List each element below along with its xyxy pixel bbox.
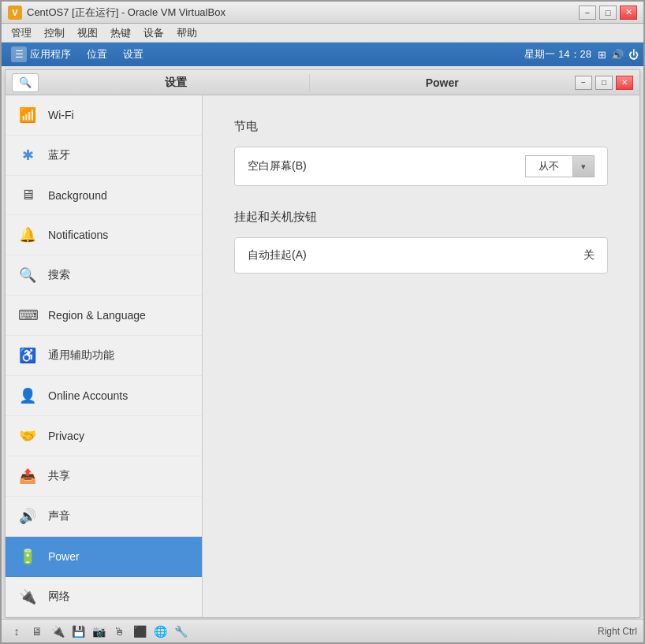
sidebar-label-search: 搜索: [48, 268, 70, 282]
power-saving-title: 节电: [234, 119, 608, 134]
bluetooth-icon: ✱: [18, 147, 37, 164]
blank-screen-dropdown-arrow[interactable]: ▾: [572, 155, 595, 177]
settings-window: 🔍 设置 Power − □ ✕ 📶 Wi-Fi: [5, 69, 640, 618]
settings-main-panel: 节电 空白屏幕(B) 从不 ▾ 挂起和关机按钮 自动挂起(A): [203, 95, 639, 617]
menu-view[interactable]: 视图: [71, 24, 104, 42]
auto-suspend-label: 自动挂起(A): [248, 248, 583, 262]
sidebar-label-accessibility: 通用辅助功能: [48, 348, 114, 363]
taskbar-apps-menu[interactable]: ☰ 应用程序: [6, 45, 76, 64]
wifi-icon: 📶: [18, 106, 37, 124]
apps-icon: ☰: [11, 47, 27, 62]
settings-window-controls: − □ ✕: [575, 76, 633, 90]
centos-taskbar: ☰ 应用程序 位置 设置 星期一 14：28 ⊞ 🔊 ⏻: [2, 43, 643, 66]
notifications-icon: 🔔: [18, 226, 37, 244]
vbox-status-icon8[interactable]: 🌐: [151, 623, 169, 640]
search-icon: 🔍: [18, 266, 37, 284]
sidebar-item-power[interactable]: 🔋 Power: [6, 537, 202, 577]
volume-icon[interactable]: 🔊: [611, 49, 624, 61]
sidebar-item-search[interactable]: 🔍 搜索: [6, 255, 202, 296]
sound-icon: 🔊: [18, 508, 37, 525]
vbox-close-button[interactable]: ✕: [620, 6, 637, 20]
vbox-minimize-button[interactable]: −: [579, 6, 596, 20]
sidebar-label-privacy: Privacy: [48, 430, 84, 442]
sidebar-label-background: Background: [48, 189, 107, 202]
settings-sidebar-title: 设置: [43, 76, 309, 90]
sidebar-item-privacy[interactable]: 🤝 Privacy: [6, 416, 202, 456]
sidebar-item-network[interactable]: 🔌 网络: [6, 577, 202, 617]
blank-screen-row: 空白屏幕(B) 从不 ▾: [234, 147, 608, 186]
sidebar-label-sharing: 共享: [48, 469, 70, 483]
settings-sidebar: 📶 Wi-Fi ✱ 蓝牙 🖥 Background 🔔 Notification…: [6, 95, 203, 617]
sidebar-item-accessibility[interactable]: ♿ 通用辅助功能: [6, 336, 202, 376]
sidebar-item-online-accounts[interactable]: 👤 Online Accounts: [6, 376, 202, 416]
taskbar-clock: 星期一 14：28: [524, 47, 591, 61]
sidebar-label-region: Region & Language: [48, 309, 146, 322]
vbox-window-controls: − □ ✕: [579, 6, 637, 20]
auto-suspend-row: 自动挂起(A) 关: [234, 237, 608, 274]
power-saving-section: 节电 空白屏幕(B) 从不 ▾: [234, 119, 608, 186]
taskbar-left: ☰ 应用程序 位置 设置: [6, 45, 148, 64]
blank-screen-value: 从不: [525, 155, 572, 177]
taskbar-sys-icons: ⊞ 🔊 ⏻: [598, 49, 639, 61]
suspend-section: 挂起和关机按钮 自动挂起(A) 关: [234, 210, 608, 274]
menu-manage[interactable]: 管理: [5, 24, 38, 42]
sharing-icon: 📤: [18, 467, 37, 485]
vbox-status-icon6[interactable]: 🖱: [110, 623, 128, 640]
network-sidebar-icon: 🔌: [18, 588, 37, 605]
accessibility-icon: ♿: [18, 347, 37, 364]
vbox-status-icon3[interactable]: 🔌: [49, 623, 66, 640]
settings-search-icon[interactable]: 🔍: [12, 73, 39, 92]
sidebar-label-power: Power: [48, 550, 80, 563]
taskbar-right: 星期一 14：28 ⊞ 🔊 ⏻: [524, 47, 639, 61]
settings-maximize-button[interactable]: □: [595, 76, 613, 90]
vm-content: ☰ 应用程序 位置 设置 星期一 14：28 ⊞ 🔊 ⏻: [2, 43, 643, 619]
power-icon[interactable]: ⏻: [628, 49, 639, 61]
auto-suspend-value: 关: [583, 248, 595, 262]
blank-screen-label: 空白屏幕(B): [248, 159, 525, 173]
sidebar-item-sharing[interactable]: 📤 共享: [6, 456, 202, 497]
vbox-menubar: 管理 控制 视图 热键 设备 帮助: [2, 24, 643, 43]
taskbar-places-menu[interactable]: 位置: [82, 46, 112, 63]
suspend-title: 挂起和关机按钮: [234, 210, 608, 225]
vbox-status-icon1[interactable]: ↕: [8, 623, 25, 640]
sidebar-label-online-accounts: Online Accounts: [48, 389, 128, 402]
vbox-status-icon2[interactable]: 🖥: [28, 623, 46, 640]
sidebar-item-bluetooth[interactable]: ✱ 蓝牙: [6, 136, 202, 176]
menu-help[interactable]: 帮助: [170, 24, 203, 42]
vbox-statusbar: ↕ 🖥 🔌 💾 📷 🖱 ⬛ 🌐 🔧 Right Ctrl: [2, 619, 643, 642]
menu-hotkey[interactable]: 热键: [104, 24, 137, 42]
vbox-maximize-button[interactable]: □: [599, 6, 617, 20]
vbox-title: CentOS7 [正在运行] - Oracle VM VirtualBox: [27, 6, 579, 20]
sidebar-item-sound[interactable]: 🔊 声音: [6, 497, 202, 537]
settings-close-button[interactable]: ✕: [616, 76, 633, 90]
sidebar-label-bluetooth: 蓝牙: [48, 148, 70, 162]
sidebar-label-sound: 声音: [48, 509, 70, 523]
online-accounts-icon: 👤: [18, 387, 37, 404]
taskbar-settings-menu[interactable]: 设置: [118, 46, 148, 63]
vbox-right-ctrl-label: Right Ctrl: [598, 626, 637, 637]
region-icon: ⌨: [18, 307, 37, 324]
sidebar-item-background[interactable]: 🖥 Background: [6, 176, 202, 215]
privacy-icon: 🤝: [18, 427, 37, 445]
background-icon: 🖥: [18, 187, 37, 203]
sidebar-item-region[interactable]: ⌨ Region & Language: [6, 296, 202, 336]
sidebar-label-wifi: Wi-Fi: [48, 109, 74, 121]
settings-titlebar: 🔍 设置 Power − □ ✕: [6, 70, 639, 95]
sidebar-item-notifications[interactable]: 🔔 Notifications: [6, 215, 202, 255]
sidebar-item-wifi[interactable]: 📶 Wi-Fi: [6, 95, 202, 136]
vbox-app-icon: V: [8, 6, 22, 20]
menu-control[interactable]: 控制: [38, 24, 71, 42]
menu-devices[interactable]: 设备: [137, 24, 170, 42]
blank-screen-dropdown[interactable]: 从不 ▾: [525, 155, 595, 177]
settings-minimize-button[interactable]: −: [575, 76, 592, 90]
vbox-status-icon7[interactable]: ⬛: [131, 623, 148, 640]
vbox-titlebar: V CentOS7 [正在运行] - Oracle VM VirtualBox …: [2, 2, 643, 24]
network-icon[interactable]: ⊞: [598, 49, 606, 61]
vbox-status-icon9[interactable]: 🔧: [172, 623, 189, 640]
settings-panel-title: Power: [310, 76, 576, 89]
settings-body: 📶 Wi-Fi ✱ 蓝牙 🖥 Background 🔔 Notification…: [6, 95, 639, 617]
vbox-status-icon4[interactable]: 💾: [69, 623, 87, 640]
power-sidebar-icon: 🔋: [18, 548, 37, 565]
vbox-status-icon5[interactable]: 📷: [90, 623, 107, 640]
virtualbox-window: V CentOS7 [正在运行] - Oracle VM VirtualBox …: [0, 0, 645, 644]
